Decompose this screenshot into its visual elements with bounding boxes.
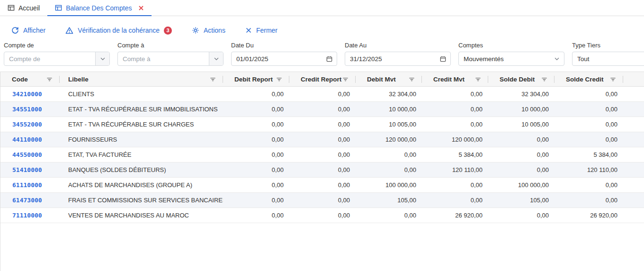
warning-icon bbox=[65, 27, 73, 35]
fermer-button[interactable]: Fermer bbox=[244, 25, 278, 36]
row-filler bbox=[623, 117, 644, 132]
libelle-cell: BANQUES (SOLDES DÉBITEURS) bbox=[60, 163, 223, 177]
table-row[interactable]: 34210000CLIENTS0,000,0032 304,000,0032 3… bbox=[0, 87, 644, 102]
code-cell[interactable]: 34552000 bbox=[0, 117, 60, 132]
credit-mvt-cell: 0,00 bbox=[422, 117, 488, 132]
column-header-debit-report[interactable]: Debit Report bbox=[223, 72, 289, 86]
table-row[interactable]: 34552000ETAT - TVA RÉCUPÉRABLE SUR CHARG… bbox=[0, 117, 644, 132]
row-filler bbox=[623, 147, 644, 162]
date-au-input[interactable] bbox=[345, 52, 435, 65]
debit-mvt-cell: 10 000,00 bbox=[356, 102, 422, 117]
table-row[interactable]: 44550000ETAT, TVA FACTURÉE0,000,000,005 … bbox=[0, 147, 644, 163]
code-cell[interactable]: 34210000 bbox=[0, 87, 60, 101]
filter-icon[interactable] bbox=[408, 76, 415, 83]
date-du-input[interactable] bbox=[232, 52, 322, 65]
table-icon bbox=[55, 4, 62, 11]
close-tab-icon[interactable] bbox=[138, 5, 144, 11]
table-icon bbox=[8, 4, 15, 11]
code-cell[interactable]: 71110000 bbox=[0, 208, 60, 223]
code-cell[interactable]: 34551000 bbox=[0, 102, 60, 117]
toolbar: Afficher Vérification de la cohérance 3 … bbox=[0, 16, 644, 38]
comptes-label: Comptes bbox=[458, 41, 564, 50]
tab-bar: Accueil Balance Des Comptes bbox=[0, 0, 644, 16]
filter-icon[interactable] bbox=[46, 76, 53, 83]
chevron-down-icon[interactable] bbox=[209, 52, 223, 65]
column-header-debit-mvt[interactable]: Debit Mvt bbox=[356, 72, 422, 86]
libelle-cell: VENTES DE MARCHANDISES AU MAROC bbox=[60, 208, 223, 223]
debit-report-cell: 0,00 bbox=[223, 147, 289, 162]
date-du-picker bbox=[231, 52, 337, 66]
credit-mvt-cell: 0,00 bbox=[422, 193, 488, 208]
actions-button[interactable]: Actions bbox=[191, 25, 226, 36]
filter-icon[interactable] bbox=[209, 76, 216, 83]
column-header-credit-mvt[interactable]: Credit Mvt bbox=[422, 72, 488, 86]
column-header-credit-report[interactable]: Credit Report bbox=[289, 72, 356, 86]
table-row[interactable]: 34551000ETAT - TVA RÉCUPÉRABLE SUR IMMOB… bbox=[0, 102, 644, 117]
chevron-down-icon[interactable] bbox=[550, 52, 564, 65]
libelle-cell: ETAT, TVA FACTURÉE bbox=[60, 147, 223, 162]
tab-accueil[interactable]: Accueil bbox=[0, 0, 47, 16]
solde-credit-cell: 0,00 bbox=[555, 87, 623, 101]
credit-mvt-cell: 0,00 bbox=[422, 87, 488, 101]
row-filler bbox=[623, 87, 644, 101]
solde-debit-cell: 0,00 bbox=[488, 163, 555, 177]
credit-report-cell: 0,00 bbox=[289, 193, 356, 208]
calendar-icon[interactable] bbox=[322, 52, 337, 65]
chevron-down-icon[interactable] bbox=[95, 52, 109, 65]
table-row[interactable]: 71110000VENTES DE MARCHANDISES AU MAROC0… bbox=[0, 208, 644, 223]
credit-mvt-cell: 0,00 bbox=[422, 178, 488, 192]
table-row[interactable]: 61110000ACHATS DE MARCHANDISES (GROUPE A… bbox=[0, 178, 644, 193]
calendar-icon[interactable] bbox=[435, 52, 450, 65]
comptes-input[interactable] bbox=[459, 52, 550, 65]
date-du-label: Date Du bbox=[231, 41, 337, 50]
date-au-label: Date Au bbox=[345, 41, 451, 50]
code-cell[interactable]: 61473000 bbox=[0, 193, 60, 208]
table-row[interactable]: 44110000FOURNISSEURS0,000,00120 000,0012… bbox=[0, 132, 644, 147]
table-row[interactable]: 51410000BANQUES (SOLDES DÉBITEURS)0,000,… bbox=[0, 163, 644, 178]
solde-debit-cell: 0,00 bbox=[488, 147, 555, 162]
code-cell[interactable]: 51410000 bbox=[0, 163, 60, 177]
debit-mvt-cell: 100 000,00 bbox=[356, 178, 422, 192]
compte-a-combobox bbox=[117, 52, 224, 66]
filter-icon[interactable] bbox=[474, 76, 482, 83]
column-header-solde-debit[interactable]: Solde Debit bbox=[488, 72, 555, 86]
refresh-icon bbox=[11, 27, 19, 34]
credit-mvt-cell: 26 920,00 bbox=[422, 208, 488, 223]
solde-credit-cell: 0,00 bbox=[555, 102, 623, 117]
column-header-libelle[interactable]: Libelle bbox=[60, 72, 223, 86]
afficher-button[interactable]: Afficher bbox=[10, 25, 46, 36]
tab-label: Accueil bbox=[18, 4, 40, 12]
debit-mvt-cell: 32 304,00 bbox=[356, 87, 422, 101]
column-header-code[interactable]: Code bbox=[0, 72, 60, 86]
row-filler bbox=[623, 132, 644, 147]
code-cell[interactable]: 44550000 bbox=[0, 147, 60, 162]
debit-report-cell: 0,00 bbox=[223, 193, 289, 208]
filter-icon[interactable] bbox=[541, 76, 548, 83]
tab-balance-des-comptes[interactable]: Balance Des Comptes bbox=[47, 0, 152, 16]
compte-a-input[interactable] bbox=[118, 52, 209, 65]
compte-a-label: Compte à bbox=[117, 41, 224, 50]
filter-icon[interactable] bbox=[276, 76, 283, 83]
compte-de-input[interactable] bbox=[4, 52, 95, 65]
solde-debit-cell: 100 000,00 bbox=[488, 178, 555, 192]
libelle-cell: ETAT - TVA RÉCUPÉRABLE SUR IMMOBILISATIO… bbox=[60, 102, 223, 117]
credit-report-cell: 0,00 bbox=[289, 102, 356, 117]
credit-mvt-cell: 120 000,00 bbox=[422, 132, 488, 147]
debit-report-cell: 0,00 bbox=[223, 163, 289, 177]
coherence-count-badge: 3 bbox=[164, 27, 172, 35]
verification-coherence-button[interactable]: Vérification de la cohérance 3 bbox=[64, 25, 173, 36]
table-row[interactable]: 61473000FRAIS ET COMMISSIONS SUR SERVICE… bbox=[0, 193, 644, 208]
column-header-solde-credit[interactable]: Solde Credit bbox=[555, 72, 623, 86]
solde-credit-cell: 0,00 bbox=[555, 193, 623, 208]
type-tiers-input[interactable] bbox=[572, 52, 644, 65]
libelle-cell: CLIENTS bbox=[60, 87, 223, 101]
code-cell[interactable]: 44110000 bbox=[0, 132, 60, 147]
solde-debit-cell: 32 304,00 bbox=[488, 87, 555, 101]
filter-icon[interactable] bbox=[609, 76, 617, 83]
compte-de-label: Compte de bbox=[4, 41, 110, 50]
table-body: 34210000CLIENTS0,000,0032 304,000,0032 3… bbox=[0, 87, 644, 223]
code-cell[interactable]: 61110000 bbox=[0, 178, 60, 192]
libelle-cell: ETAT - TVA RÉCUPÉRABLE SUR CHARGES bbox=[60, 117, 223, 132]
solde-credit-cell: 26 920,00 bbox=[555, 208, 623, 223]
filter-icon[interactable] bbox=[342, 76, 349, 83]
